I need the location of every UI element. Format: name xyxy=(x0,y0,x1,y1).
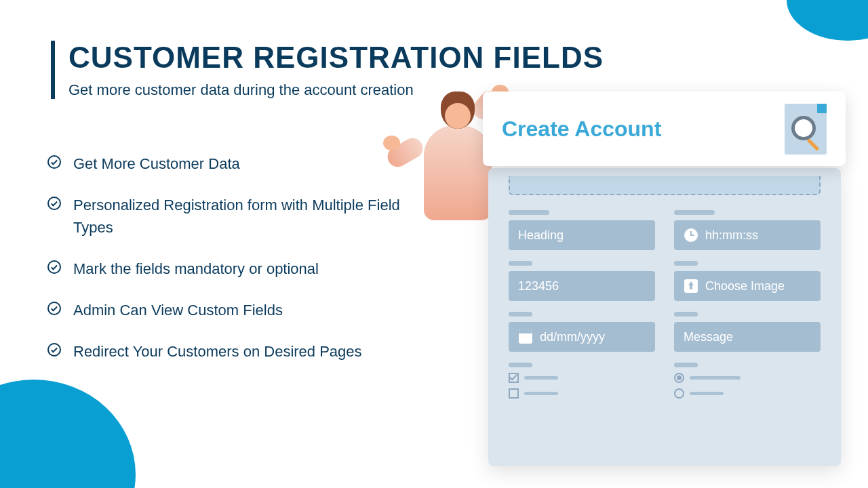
feature-item: Get More Customer Data xyxy=(47,152,427,175)
radio-icon xyxy=(674,388,684,399)
page-title: CUSTOMER REGISTRATION FIELDS xyxy=(68,41,604,75)
check-icon xyxy=(47,343,61,357)
date-field-label: dd/mm/yyyy xyxy=(540,330,605,344)
image-field-label: Choose Image xyxy=(705,279,785,293)
feature-text: Personalized Registration form with Mult… xyxy=(73,194,427,239)
check-icon xyxy=(47,302,61,315)
number-field-label: 123456 xyxy=(518,279,559,293)
image-field: Choose Image xyxy=(674,261,821,301)
feature-item: Personalized Registration form with Mult… xyxy=(47,194,427,239)
time-field-label: hh:mm:ss xyxy=(705,228,758,243)
decorative-corner-bottom xyxy=(0,380,136,488)
clock-icon xyxy=(684,228,698,243)
drop-zone xyxy=(509,176,821,195)
feature-item: Mark the fields mandatory or optional xyxy=(47,258,427,280)
checkbox-options xyxy=(509,363,655,404)
form-mockup: Heading hh:mm:ss 123456 Choose Image dd/… xyxy=(488,168,841,466)
feature-list: Get More Customer Data Personalized Regi… xyxy=(47,152,427,382)
checkbox-icon xyxy=(509,388,519,399)
page-header: CUSTOMER REGISTRATION FIELDS Get more cu… xyxy=(51,41,604,99)
time-field: hh:mm:ss xyxy=(674,210,821,250)
decorative-corner-top xyxy=(787,0,868,41)
message-field: Message xyxy=(674,312,821,352)
feature-text: Mark the fields mandatory or optional xyxy=(73,258,319,280)
radio-options xyxy=(674,363,821,404)
check-icon xyxy=(47,197,61,210)
message-field-label: Message xyxy=(684,330,733,344)
date-field: dd/mm/yyyy xyxy=(509,312,655,352)
checkbox-icon xyxy=(509,373,519,383)
heading-field-label: Heading xyxy=(518,228,564,243)
calendar-icon xyxy=(518,329,533,344)
number-field: 123456 xyxy=(509,261,655,301)
check-icon xyxy=(47,260,61,274)
radio-icon xyxy=(674,373,684,383)
feature-text: Admin Can View Custom Fields xyxy=(73,299,283,321)
feature-text: Get More Customer Data xyxy=(73,152,240,175)
check-icon xyxy=(47,155,61,169)
feature-item: Redirect Your Customers on Desired Pages xyxy=(47,340,427,363)
mockup-card-title: Create Account xyxy=(502,117,661,142)
heading-field: Heading xyxy=(509,210,655,250)
upload-icon xyxy=(684,279,698,293)
document-search-icon xyxy=(785,104,827,155)
feature-text: Redirect Your Customers on Desired Pages xyxy=(73,340,362,363)
mockup-card-header: Create Account xyxy=(483,92,846,166)
feature-item: Admin Can View Custom Fields xyxy=(47,299,427,321)
